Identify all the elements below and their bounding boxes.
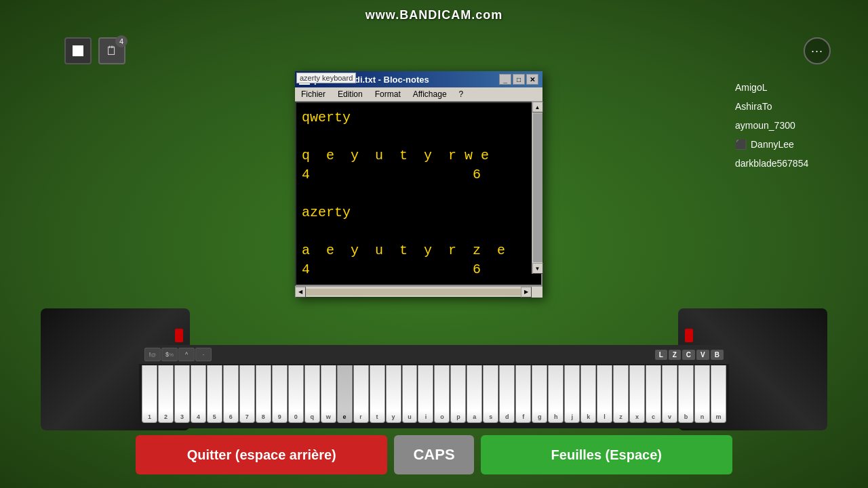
top-left-icons: 🗒 4 [64,37,125,64]
key-0[interactable]: 0 [288,365,304,423]
key-j[interactable]: j [564,365,580,423]
key-5[interactable]: 5 [207,365,222,423]
key-w[interactable]: w [321,365,336,423]
key-4[interactable]: 4 [191,365,206,423]
badge-count: 4 [115,35,127,47]
key-7[interactable]: 7 [239,365,255,423]
bottom-buttons: Quitter (espace arrière) CAPS Feuilles (… [136,435,732,474]
notepad-menubar: Fichier Edition Format Affichage ? [295,87,542,102]
rsym-l[interactable]: L [655,350,667,360]
key-x[interactable]: x [629,365,645,423]
key-u[interactable]: u [402,365,418,423]
top-symbols-row: !@ $% ^ · L Z C V B [139,345,729,364]
scroll-down-arrow[interactable]: ▼ [532,263,543,274]
key-f[interactable]: f [515,365,531,423]
rsym-b[interactable]: B [711,350,724,360]
sym-key-dot[interactable]: · [195,348,212,361]
scroll-left-arrow[interactable]: ◀ [295,287,306,298]
key-8[interactable]: 8 [256,365,271,423]
player-name: AshiraTo [735,101,772,112]
ellipsis-icon: ··· [811,44,823,58]
notification-icon: 🗒 [106,44,118,58]
bandicam-watermark: www.BANDICAM.com [366,8,502,22]
rsym-z[interactable]: Z [669,350,681,360]
key-b[interactable]: b [678,365,694,423]
rsym-v[interactable]: V [696,350,709,360]
key-l[interactable]: l [597,365,612,423]
key-2[interactable]: 2 [158,365,174,423]
quit-button[interactable]: Quitter (espace arrière) [136,435,387,474]
menu-format[interactable]: Format [373,89,403,100]
notepad-content[interactable]: qwerty q e y u t y r w e 4 6 azerty a e … [295,102,542,286]
stop-icon [73,45,83,56]
scroll-corner [532,287,542,298]
menu-edition[interactable]: Edition [336,89,365,100]
menu-affichage[interactable]: Affichage [411,89,449,100]
key-t[interactable]: t [370,365,385,423]
key-e[interactable]: e [337,365,353,423]
notepad-window: 📄 plc kid cudi.txt - Bloc-notes _ □ ✕ Fi… [295,71,542,297]
top-right-icons: ··· [804,37,831,64]
scrollbar-vertical[interactable]: ▲ ▼ [532,102,542,274]
player-item: AmigoL [732,78,841,97]
player-name: aymoun_7300 [735,120,795,131]
scroll-thumb[interactable] [533,113,542,262]
key-p[interactable]: p [450,365,466,423]
sym-key-excl[interactable]: !@ [144,348,161,361]
key-9[interactable]: 9 [272,365,288,423]
player-name: AmigoL [735,82,767,93]
key-a[interactable]: a [467,365,482,423]
minimize-button[interactable]: _ [499,74,511,85]
key-i[interactable]: i [418,365,433,423]
stop-button[interactable] [64,37,92,64]
key-o[interactable]: o [434,365,450,423]
key-y[interactable]: y [386,365,401,423]
key-v[interactable]: v [662,365,677,423]
key-m[interactable]: m [711,365,726,423]
players-list: AmigoL AshiraTo aymoun_7300 ⬛ DannyLee d… [732,78,841,173]
menu-help[interactable]: ? [457,89,466,100]
notepad-controls: _ □ ✕ [499,74,538,85]
key-d[interactable]: d [499,365,515,423]
key-n[interactable]: n [694,365,710,423]
key-q[interactable]: q [304,365,320,423]
key-s[interactable]: s [483,365,498,423]
scroll-track [306,289,521,296]
player-item: ⬛ DannyLee [732,135,841,154]
azerty-keyboard-label: azerty keyboard [296,73,356,83]
player-item: darkblade567854 [732,154,841,173]
scroll-up-arrow[interactable]: ▲ [532,102,543,113]
key-1[interactable]: 1 [142,365,157,423]
notification-button[interactable]: 🗒 4 [98,37,125,64]
sym-key-at[interactable]: $% [161,348,178,361]
piano-marker-left [175,329,183,342]
key-g[interactable]: g [532,365,547,423]
right-sym-keys: L Z C V B [655,350,724,360]
menu-fichier[interactable]: Fichier [299,89,328,100]
rsym-c[interactable]: C [682,350,695,360]
sym-key-hat[interactable]: ^ [178,348,195,361]
white-keys-row: 1 2 3 4 5 6 7 8 9 0 q w e r t y u i o p … [139,364,729,428]
key-r[interactable]: r [353,365,369,423]
player-name: darkblade567854 [735,158,808,169]
key-6[interactable]: 6 [223,365,239,423]
feuilles-button[interactable]: Feuilles (Espace) [481,435,732,474]
scrollbar-horizontal[interactable]: ◀ ▶ [295,286,542,297]
scroll-right-arrow[interactable]: ▶ [521,287,532,298]
key-k[interactable]: k [580,365,596,423]
caps-button[interactable]: CAPS [394,435,473,474]
player-name: DannyLee [751,139,794,150]
notepad-text: qwerty q e y u t y r w e 4 6 azerty a e … [302,108,529,279]
player-item: AshiraTo [732,97,841,116]
key-z[interactable]: z [613,365,629,423]
keyboard-area: !@ $% ^ · L Z C V B 1 2 3 4 5 6 7 8 9 0 … [139,345,729,428]
piano-marker-right [685,329,693,342]
close-button[interactable]: ✕ [526,74,538,85]
player-item: aymoun_7300 [732,116,841,135]
key-c[interactable]: c [646,365,661,423]
key-3[interactable]: 3 [174,365,190,423]
key-h[interactable]: h [548,365,564,423]
maximize-button[interactable]: □ [513,74,525,85]
more-options-button[interactable]: ··· [804,37,831,64]
